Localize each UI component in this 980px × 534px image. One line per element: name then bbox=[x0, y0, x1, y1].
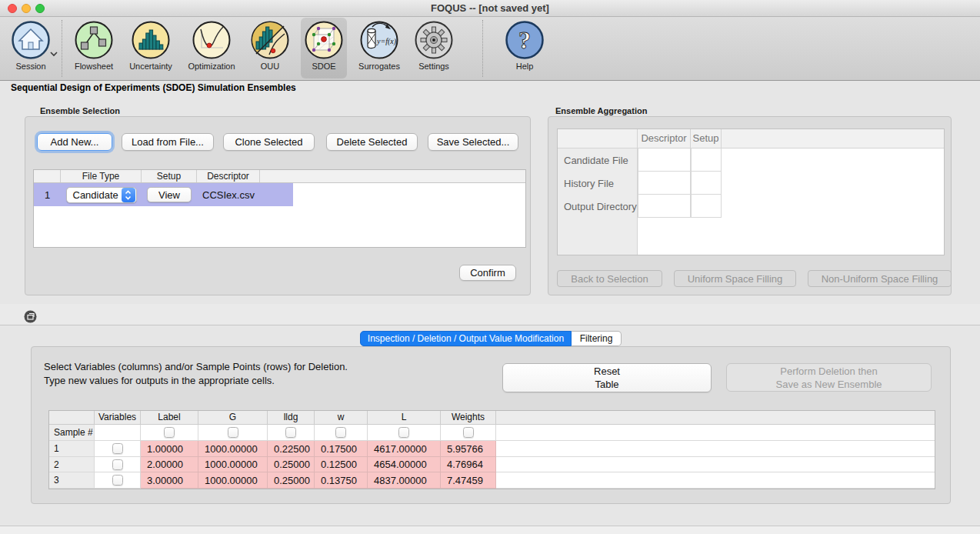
column-checkbox-lldg[interactable] bbox=[285, 427, 296, 438]
cell-r1-l[interactable]: 4617.00000 bbox=[368, 441, 441, 457]
session-home-icon bbox=[11, 20, 51, 60]
cell-r1-label[interactable]: 1.00000 bbox=[141, 441, 198, 457]
clone-selected-button[interactable]: Clone Selected bbox=[223, 133, 315, 151]
column-checkbox-w[interactable] bbox=[335, 427, 346, 438]
aggregation-table: Descriptor Setup Candidate File History … bbox=[557, 128, 945, 255]
column-checkbox-l[interactable] bbox=[398, 427, 409, 438]
cell-r1-weights[interactable]: 5.95766 bbox=[441, 441, 496, 457]
aggregation-header-filler bbox=[722, 129, 944, 148]
float-panel-icon[interactable] bbox=[24, 310, 37, 323]
ensemble-table-row-selected[interactable]: 1 Candidate View CCSIex.csv bbox=[34, 183, 293, 206]
session-dropdown-chevron-icon[interactable] bbox=[49, 51, 58, 57]
tab-filtering[interactable]: Filtering bbox=[572, 331, 622, 346]
cell-r3-w[interactable]: 0.13750 bbox=[315, 472, 368, 489]
select-col-g-cell bbox=[198, 425, 268, 441]
cell-r3-label[interactable]: 3.00000 bbox=[141, 472, 198, 489]
ouu-icon bbox=[250, 20, 290, 60]
cell-r2-g[interactable]: 1000.00000 bbox=[198, 457, 268, 472]
header-corner bbox=[49, 411, 95, 425]
col-g: G bbox=[198, 411, 268, 425]
add-new-button[interactable]: Add New... bbox=[37, 133, 112, 151]
bottom-margin-strip bbox=[0, 526, 980, 534]
file-type-dropdown[interactable]: Candidate bbox=[66, 187, 137, 203]
row-checkbox-2[interactable] bbox=[112, 459, 123, 470]
toolbar-session-label: Session bbox=[0, 62, 62, 71]
cell-r2-label[interactable]: 2.00000 bbox=[141, 457, 198, 472]
select-col-lldg-cell bbox=[268, 425, 315, 441]
table-row: 2 2.00000 1000.00000 0.25000 0.12500 465… bbox=[49, 457, 935, 472]
view-button[interactable]: View bbox=[147, 187, 192, 202]
output-dir-descriptor-cell bbox=[638, 195, 691, 218]
ensemble-selection-label: Ensemble Selection bbox=[40, 106, 120, 115]
cell-r1-g[interactable]: 1000.00000 bbox=[198, 441, 268, 457]
aggregation-row-output-dir: Output Directory bbox=[558, 195, 944, 218]
toolbar-session[interactable]: Session bbox=[0, 17, 62, 80]
aggregation-corner-cell bbox=[558, 129, 638, 148]
column-checkbox-label[interactable] bbox=[164, 427, 175, 438]
non-uniform-space-filling-button[interactable]: Non-Uniform Space Filling bbox=[808, 270, 952, 287]
history-descriptor-cell bbox=[638, 172, 691, 195]
row3-select-cell bbox=[95, 472, 141, 489]
toolbar-uncertainty[interactable]: Uncertainty bbox=[117, 17, 185, 80]
row-header-3: 3 bbox=[49, 472, 95, 489]
toolbar-optimization[interactable]: Optimization bbox=[178, 17, 245, 80]
row-header-2: 2 bbox=[49, 457, 95, 472]
ensemble-row-number: 1 bbox=[34, 183, 61, 206]
ensemble-table: File Type Setup Descriptor 1 Candidate V… bbox=[33, 169, 526, 248]
ensemble-col-file-type: File Type bbox=[61, 170, 142, 182]
cell-r3-g[interactable]: 1000.00000 bbox=[198, 472, 268, 489]
instructions-text: Select Variables (columns) and/or Sample… bbox=[44, 360, 348, 388]
ensemble-col-setup: Setup bbox=[142, 170, 197, 182]
sample-data-table: Variables Label G lldg w L Weights Sampl… bbox=[48, 410, 935, 489]
row-header-1: 1 bbox=[49, 441, 95, 457]
header-filler bbox=[496, 411, 935, 425]
history-file-label: History File bbox=[564, 172, 638, 195]
cell-r2-weights[interactable]: 4.76964 bbox=[441, 457, 496, 472]
toolbar-settings[interactable]: Settings bbox=[400, 17, 468, 80]
load-from-file-button[interactable]: Load from File... bbox=[122, 133, 214, 151]
cell-r2-w[interactable]: 0.12500 bbox=[315, 457, 368, 472]
settings-gear-icon bbox=[414, 20, 454, 60]
cell-r3-weights[interactable]: 7.47459 bbox=[441, 472, 496, 489]
perform-deletion-button[interactable]: Perform Deletion then Save as New Ensemb… bbox=[726, 363, 932, 392]
history-setup-cell bbox=[691, 172, 722, 195]
row-checkbox-1[interactable] bbox=[112, 443, 123, 454]
ensemble-table-header: File Type Setup Descriptor bbox=[34, 170, 525, 183]
cell-r2-lldg[interactable]: 0.25000 bbox=[268, 457, 315, 472]
toolbar-help[interactable]: ? Help bbox=[491, 17, 558, 80]
ensemble-row-descriptor[interactable]: CCSIex.csv bbox=[197, 183, 260, 206]
tab-inspection-deletion[interactable]: Inspection / Deletion / Output Value Mod… bbox=[360, 331, 572, 346]
main-toolbar: Session Flowsheet bbox=[0, 17, 980, 81]
reset-table-button[interactable]: Reset Table bbox=[502, 363, 712, 392]
delete-selected-button[interactable]: Delete Selected bbox=[326, 133, 418, 151]
back-to-selection-button[interactable]: Back to Selection bbox=[557, 270, 662, 287]
row-filler bbox=[496, 441, 935, 457]
ensemble-col-rownum bbox=[34, 170, 61, 182]
cell-r1-w[interactable]: 0.17500 bbox=[315, 441, 368, 457]
cell-r3-lldg[interactable]: 0.25000 bbox=[268, 472, 315, 489]
column-checkbox-g[interactable] bbox=[228, 427, 238, 438]
candidate-descriptor-cell bbox=[638, 149, 691, 172]
file-type-dropdown-value: Candidate bbox=[67, 189, 122, 201]
instruction-line-1: Select Variables (columns) and/or Sample… bbox=[44, 360, 348, 374]
sample-select-row: Sample # bbox=[49, 425, 935, 441]
row-filler bbox=[496, 472, 935, 489]
aggregation-table-header: Descriptor Setup bbox=[558, 129, 944, 149]
cell-r2-l[interactable]: 4654.00000 bbox=[368, 457, 441, 472]
row-checkbox-3[interactable] bbox=[112, 475, 123, 486]
table-row: 1 1.00000 1000.00000 0.22500 0.17500 461… bbox=[49, 441, 935, 457]
row2-select-cell bbox=[95, 457, 141, 472]
save-selected-button[interactable]: Save Selected... bbox=[428, 133, 518, 151]
aggregation-row-history: History File bbox=[558, 172, 944, 195]
column-checkbox-weights[interactable] bbox=[463, 427, 474, 438]
candidate-setup-cell bbox=[691, 149, 722, 172]
variables-empty-cell bbox=[95, 425, 141, 441]
cell-r1-lldg[interactable]: 0.22500 bbox=[268, 441, 315, 457]
col-lldg: lldg bbox=[268, 411, 315, 425]
toolbar-separator bbox=[482, 20, 483, 77]
cell-r3-l[interactable]: 4837.00000 bbox=[368, 472, 441, 489]
toolbar-optimization-label: Optimization bbox=[178, 62, 245, 71]
uniform-space-filling-button[interactable]: Uniform Space Filling bbox=[674, 270, 796, 287]
sample-row-header: Sample # bbox=[49, 425, 95, 441]
confirm-button[interactable]: Confirm bbox=[459, 265, 516, 281]
